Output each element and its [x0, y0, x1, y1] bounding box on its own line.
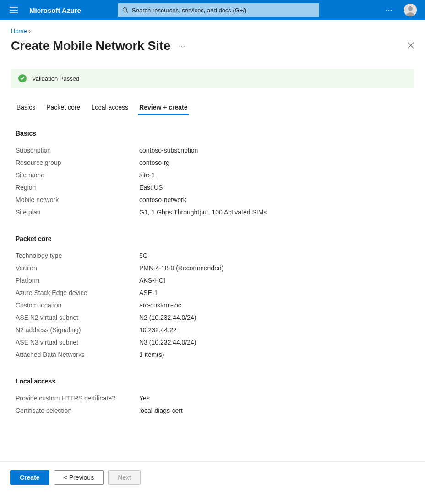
value: contoso-subscription: [139, 146, 198, 155]
row-n2-address: N2 address (Signaling)10.232.44.22: [16, 324, 414, 336]
label: Site name: [16, 170, 139, 180]
hamburger-menu-button[interactable]: [4, 0, 24, 20]
breadcrumb: Home ›: [11, 27, 414, 34]
hamburger-icon: [10, 7, 18, 13]
row-attached-data-networks: Attached Data Networks1 item(s): [16, 349, 414, 361]
row-site-plan: Site planG1, 1 Gbps Throughtput, 100 Act…: [16, 206, 414, 219]
label: Site plan: [16, 208, 139, 217]
label: Provide custom HTTPS certificate?: [16, 394, 139, 403]
section-local-access: Local access Provide custom HTTPS certif…: [11, 378, 414, 417]
page-title-more-button[interactable]: ⋯: [179, 43, 185, 50]
value: ASE-1: [139, 288, 158, 298]
validation-banner: Validation Passed: [11, 69, 414, 88]
search-icon: [122, 7, 128, 13]
previous-button[interactable]: < Previous: [54, 470, 104, 485]
value: AKS-HCI: [139, 276, 165, 285]
row-version: VersionPMN-4-18-0 (Recommended): [16, 262, 414, 274]
close-button[interactable]: [408, 42, 414, 50]
value: East US: [139, 183, 163, 192]
search-field[interactable]: [118, 3, 319, 17]
tab-review-create[interactable]: Review + create: [138, 101, 188, 115]
label: N2 address (Signaling): [16, 325, 139, 335]
value: contoso-network: [139, 195, 186, 205]
section-basics-heading: Basics: [16, 130, 414, 137]
row-technology-type: Technology type5G: [16, 250, 414, 262]
content: Home › Create Mobile Network Site ⋯ Vali…: [0, 20, 425, 417]
row-ase-n3-subnet: ASE N3 virtual subnetN3 (10.232.44.0/24): [16, 336, 414, 349]
label: Azure Stack Edge device: [16, 288, 139, 298]
value: 1 item(s): [139, 350, 164, 360]
check-circle-icon: [18, 74, 27, 82]
user-avatar[interactable]: [404, 4, 417, 16]
tab-basics[interactable]: Basics: [16, 101, 36, 115]
row-resource-group: Resource groupcontoso-rg: [16, 157, 414, 169]
svg-point-0: [123, 8, 126, 11]
label: Version: [16, 263, 139, 273]
value: Yes: [139, 394, 150, 403]
row-mobile-network: Mobile networkcontoso-network: [16, 194, 414, 206]
section-basics: Basics Subscriptioncontoso-subscription …: [11, 130, 414, 219]
breadcrumb-home-link[interactable]: Home: [11, 27, 27, 34]
topbar: Microsoft Azure ⋯: [0, 0, 425, 20]
value: contoso-rg: [139, 158, 169, 168]
value: PMN-4-18-0 (Recommended): [139, 263, 223, 273]
user-icon: [404, 4, 417, 16]
svg-point-3: [408, 6, 413, 11]
row-ase-n2-subnet: ASE N2 virtual subnetN2 (10.232.44.0/24): [16, 312, 414, 324]
value: 10.232.44.22: [139, 325, 177, 335]
label: ASE N3 virtual subnet: [16, 338, 139, 347]
search-input[interactable]: [132, 7, 315, 14]
value: N2 (10.232.44.0/24): [139, 313, 196, 323]
value: G1, 1 Gbps Throughtput, 100 Activated SI…: [139, 208, 267, 217]
value: arc-custom-loc: [139, 301, 181, 310]
page-title-row: Create Mobile Network Site ⋯: [11, 39, 414, 53]
label: Custom location: [16, 301, 139, 310]
next-button: Next: [108, 470, 141, 485]
search-wrap: [118, 3, 319, 17]
row-ase-device: Azure Stack Edge deviceASE-1: [16, 287, 414, 299]
create-button[interactable]: Create: [10, 470, 49, 485]
section-local-access-heading: Local access: [16, 378, 414, 385]
svg-line-1: [126, 11, 128, 13]
brand-label: Microsoft Azure: [29, 6, 81, 14]
label: Resource group: [16, 158, 139, 168]
row-custom-location: Custom locationarc-custom-loc: [16, 299, 414, 312]
value: N3 (10.232.44.0/24): [139, 338, 196, 347]
row-custom-https-cert: Provide custom HTTPS certificate?Yes: [16, 392, 414, 405]
close-icon: [408, 42, 414, 49]
row-site-name: Site namesite-1: [16, 169, 414, 181]
value: site-1: [139, 170, 155, 180]
section-packet-core: Packet core Technology type5G VersionPMN…: [11, 235, 414, 361]
row-certificate-selection: Certificate selectionlocal-diags-cert: [16, 405, 414, 417]
footer: Create < Previous Next: [0, 461, 425, 493]
page-title: Create Mobile Network Site: [11, 39, 170, 53]
tab-packet-core[interactable]: Packet core: [45, 101, 81, 115]
chevron-right-icon: ›: [29, 27, 31, 34]
topbar-more-button[interactable]: ⋯: [379, 6, 399, 15]
label: Technology type: [16, 251, 139, 261]
value: 5G: [139, 251, 148, 261]
label: ASE N2 virtual subnet: [16, 313, 139, 323]
label: Subscription: [16, 146, 139, 155]
tabs: Basics Packet core Local access Review +…: [11, 101, 414, 115]
label: Certificate selection: [16, 406, 139, 416]
validation-message: Validation Passed: [32, 75, 79, 82]
label: Region: [16, 183, 139, 192]
value: local-diags-cert: [139, 406, 183, 416]
label: Mobile network: [16, 195, 139, 205]
label: Attached Data Networks: [16, 350, 139, 360]
label: Platform: [16, 276, 139, 285]
row-region: RegionEast US: [16, 181, 414, 194]
row-platform: PlatformAKS-HCI: [16, 274, 414, 287]
tab-local-access[interactable]: Local access: [90, 101, 129, 115]
section-packet-core-heading: Packet core: [16, 235, 414, 242]
row-subscription: Subscriptioncontoso-subscription: [16, 144, 414, 157]
